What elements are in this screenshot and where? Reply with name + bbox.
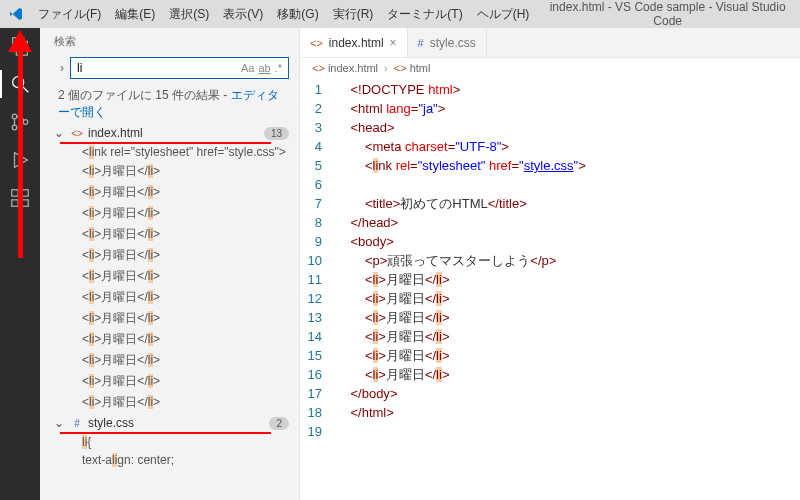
- file-icon: <>: [70, 126, 84, 140]
- line-number: 14: [300, 327, 336, 346]
- file-name: style.css: [88, 416, 265, 430]
- breadcrumb[interactable]: <> index.html›<> html: [300, 58, 800, 78]
- tab-label: index.html: [329, 36, 384, 50]
- result-line[interactable]: li{: [52, 433, 295, 451]
- result-line[interactable]: <li>月曜日</li>: [52, 350, 295, 371]
- line-number: 1: [300, 80, 336, 99]
- line-number: 3: [300, 118, 336, 137]
- menu-item[interactable]: 移動(G): [277, 6, 318, 23]
- file-icon: #: [70, 416, 84, 430]
- code-line[interactable]: 7 <title>初めてのHTML</title>: [300, 194, 800, 213]
- match-count-badge: 13: [264, 127, 289, 140]
- code-line[interactable]: 17 </body>: [300, 384, 800, 403]
- menu-item[interactable]: 編集(E): [115, 6, 155, 23]
- result-line[interactable]: <li>月曜日</li>: [52, 245, 295, 266]
- result-line[interactable]: <link rel="stylesheet" href="style.css">: [52, 143, 295, 161]
- svg-rect-8: [12, 190, 18, 196]
- result-line[interactable]: <li>月曜日</li>: [52, 308, 295, 329]
- match-count-badge: 2: [269, 417, 289, 430]
- activity-bar: [0, 28, 40, 500]
- code-line[interactable]: 4 <meta charset="UTF-8">: [300, 137, 800, 156]
- line-number: 6: [300, 175, 336, 194]
- extensions-icon[interactable]: [8, 186, 32, 210]
- results-tree: ⌄<>index.html13<link rel="stylesheet" hr…: [40, 123, 299, 500]
- code-line[interactable]: 6: [300, 175, 800, 194]
- chevron-down-icon: ⌄: [54, 126, 66, 140]
- result-line[interactable]: <li>月曜日</li>: [52, 329, 295, 350]
- file-icon: #: [418, 37, 424, 49]
- explorer-icon[interactable]: [8, 34, 32, 58]
- menu-item[interactable]: ターミナル(T): [387, 6, 462, 23]
- line-number: 12: [300, 289, 336, 308]
- code-line[interactable]: 16 <li>月曜日</li>: [300, 365, 800, 384]
- menu-item[interactable]: 表示(V): [223, 6, 263, 23]
- result-line[interactable]: <li>月曜日</li>: [52, 287, 295, 308]
- title-bar: ファイル(F)編集(E)選択(S)表示(V)移動(G)実行(R)ターミナル(T)…: [0, 0, 800, 28]
- svg-rect-9: [12, 200, 18, 206]
- editor-tab[interactable]: <>index.html×: [300, 28, 408, 57]
- result-line[interactable]: <li>月曜日</li>: [52, 203, 295, 224]
- svg-marker-7: [15, 153, 28, 168]
- line-number: 15: [300, 346, 336, 365]
- code-line[interactable]: 9 <body>: [300, 232, 800, 251]
- editor-tab[interactable]: #style.css: [408, 28, 487, 57]
- toggle-replace-icon[interactable]: ›: [60, 61, 64, 75]
- result-line[interactable]: <li>月曜日</li>: [52, 392, 295, 413]
- window-title: index.html - VS Code sample - Visual Stu…: [543, 0, 792, 28]
- result-line[interactable]: <li>月曜日</li>: [52, 161, 295, 182]
- svg-point-4: [12, 114, 17, 119]
- line-number: 19: [300, 422, 336, 441]
- crumb-item[interactable]: <> index.html: [312, 62, 378, 74]
- code-line[interactable]: 2 <html lang="ja">: [300, 99, 800, 118]
- code-editor[interactable]: 1 <!DOCTYPE html>2 <html lang="ja">3 <he…: [300, 78, 800, 500]
- result-line[interactable]: text-align: center;: [52, 451, 295, 469]
- line-number: 11: [300, 270, 336, 289]
- code-line[interactable]: 13 <li>月曜日</li>: [300, 308, 800, 327]
- line-number: 13: [300, 308, 336, 327]
- svg-line-3: [23, 87, 29, 93]
- code-line[interactable]: 19: [300, 422, 800, 441]
- regex-toggle[interactable]: .*: [275, 62, 282, 74]
- line-number: 17: [300, 384, 336, 403]
- match-word-toggle[interactable]: ab: [258, 62, 270, 74]
- menu-item[interactable]: ヘルプ(H): [477, 6, 530, 23]
- code-line[interactable]: 15 <li>月曜日</li>: [300, 346, 800, 365]
- result-line[interactable]: <li>月曜日</li>: [52, 266, 295, 287]
- result-file[interactable]: ⌄<>index.html13: [52, 123, 295, 143]
- sidebar-title: 検索: [40, 28, 299, 55]
- result-line[interactable]: <li>月曜日</li>: [52, 224, 295, 245]
- code-line[interactable]: 1 <!DOCTYPE html>: [300, 80, 800, 99]
- close-icon[interactable]: ×: [390, 36, 397, 50]
- menu-item[interactable]: 選択(S): [169, 6, 209, 23]
- tab-label: style.css: [430, 36, 476, 50]
- code-line[interactable]: 8 </head>: [300, 213, 800, 232]
- search-icon[interactable]: [8, 72, 32, 96]
- result-line[interactable]: <li>月曜日</li>: [52, 371, 295, 392]
- file-icon: <>: [394, 62, 407, 74]
- code-line[interactable]: 18 </html>: [300, 403, 800, 422]
- code-line[interactable]: 12 <li>月曜日</li>: [300, 289, 800, 308]
- file-name: index.html: [88, 126, 260, 140]
- source-control-icon[interactable]: [8, 110, 32, 134]
- menu-item[interactable]: 実行(R): [333, 6, 374, 23]
- line-number: 9: [300, 232, 336, 251]
- code-line[interactable]: 3 <head>: [300, 118, 800, 137]
- code-line[interactable]: 14 <li>月曜日</li>: [300, 327, 800, 346]
- menu-item[interactable]: ファイル(F): [38, 6, 101, 23]
- result-line[interactable]: <li>月曜日</li>: [52, 182, 295, 203]
- line-number: 16: [300, 365, 336, 384]
- line-number: 2: [300, 99, 336, 118]
- file-icon: <>: [310, 37, 323, 49]
- run-debug-icon[interactable]: [8, 148, 32, 172]
- code-line[interactable]: 10 <p>頑張ってマスターしよう</p>: [300, 251, 800, 270]
- crumb-item[interactable]: <> html: [394, 62, 431, 74]
- chevron-down-icon: ⌄: [54, 416, 66, 430]
- line-number: 8: [300, 213, 336, 232]
- match-case-toggle[interactable]: Aa: [241, 62, 254, 74]
- line-number: 4: [300, 137, 336, 156]
- result-file[interactable]: ⌄#style.css2: [52, 413, 295, 433]
- code-line[interactable]: 5 <link rel="stylesheet" href="style.css…: [300, 156, 800, 175]
- code-line[interactable]: 11 <li>月曜日</li>: [300, 270, 800, 289]
- search-input[interactable]: [77, 61, 241, 75]
- svg-point-5: [12, 125, 17, 130]
